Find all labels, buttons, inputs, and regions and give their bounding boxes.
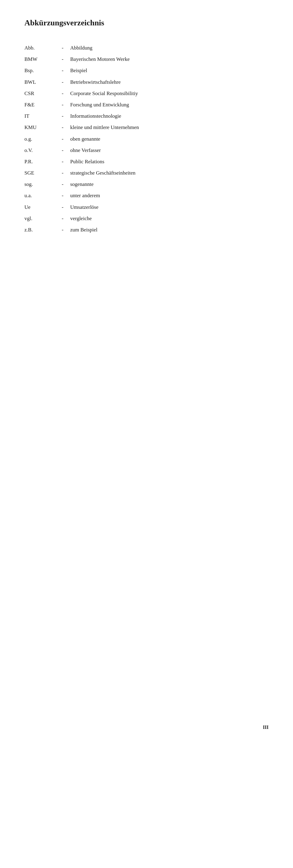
definition-cell: Betriebswirtschaftslehre (70, 76, 268, 88)
table-row: P.R.-Public Relations (25, 156, 268, 167)
definition-cell: vergleiche (70, 213, 268, 224)
abbrev-cell: Ue (25, 202, 55, 213)
definition-cell: Informationstechnologie (70, 111, 268, 122)
definition-cell: Umsatzerlöse (70, 202, 268, 213)
abbrev-cell: IT (25, 111, 55, 122)
table-row: Ue-Umsatzerlöse (25, 202, 268, 213)
definition-cell: Beispiel (70, 65, 268, 76)
page-number: III (25, 724, 268, 730)
definition-cell: Abbildung (70, 42, 268, 54)
table-row: o.g.-oben genannte (25, 133, 268, 145)
table-row: CSR-Corporate Social Responsibilitiy (25, 88, 268, 99)
abbrev-cell: P.R. (25, 156, 55, 167)
page-title: Abkürzungsverzeichnis (25, 18, 268, 28)
abbrev-cell: Bsp. (25, 65, 55, 76)
table-row: IT-Informationstechnologie (25, 111, 268, 122)
table-row: SGE-strategische Geschäftseinheiten (25, 167, 268, 179)
dash-cell: - (55, 190, 70, 201)
definition-cell: strategische Geschäftseinheiten (70, 167, 268, 179)
abbrev-cell: KMU (25, 122, 55, 133)
definition-cell: ohne Verfasser (70, 145, 268, 156)
table-row: z.B.-zum Beispiel (25, 224, 268, 236)
definition-cell: unter anderem (70, 190, 268, 201)
definition-cell: Forschung und Entwicklung (70, 99, 268, 111)
dash-cell: - (55, 179, 70, 190)
table-row: o.V.-ohne Verfasser (25, 145, 268, 156)
dash-cell: - (55, 65, 70, 76)
abbrev-cell: vgl. (25, 213, 55, 224)
definition-cell: zum Beispiel (70, 224, 268, 236)
table-row: F&E-Forschung und Entwicklung (25, 99, 268, 111)
table-row: sog.-sogenannte (25, 179, 268, 190)
dash-cell: - (55, 133, 70, 145)
abbrev-cell: Abb. (25, 42, 55, 54)
dash-cell: - (55, 167, 70, 179)
table-row: KMU-kleine und mittlere Unternehmen (25, 122, 268, 133)
dash-cell: - (55, 76, 70, 88)
abbrev-cell: o.V. (25, 145, 55, 156)
dash-cell: - (55, 213, 70, 224)
definition-cell: Bayerischen Motoren Werke (70, 54, 268, 65)
table-row: BMW-Bayerischen Motoren Werke (25, 54, 268, 65)
dash-cell: - (55, 202, 70, 213)
abbrev-cell: z.B. (25, 224, 55, 236)
dash-cell: - (55, 88, 70, 99)
dash-cell: - (55, 145, 70, 156)
abbrev-cell: BWL (25, 76, 55, 88)
abbrev-cell: SGE (25, 167, 55, 179)
abbrev-cell: u.a. (25, 190, 55, 201)
abbrev-cell: sog. (25, 179, 55, 190)
abbrev-cell: BMW (25, 54, 55, 65)
table-row: vgl.-vergleiche (25, 213, 268, 224)
dash-cell: - (55, 99, 70, 111)
table-row: BWL-Betriebswirtschaftslehre (25, 76, 268, 88)
abbrev-cell: CSR (25, 88, 55, 99)
dash-cell: - (55, 156, 70, 167)
dash-cell: - (55, 122, 70, 133)
table-row: Abb.-Abbildung (25, 42, 268, 54)
dash-cell: - (55, 42, 70, 54)
definition-cell: kleine und mittlere Unternehmen (70, 122, 268, 133)
definition-cell: oben genannte (70, 133, 268, 145)
definition-cell: Public Relations (70, 156, 268, 167)
table-row: Bsp.-Beispiel (25, 65, 268, 76)
definition-cell: Corporate Social Responsibilitiy (70, 88, 268, 99)
table-row: u.a.-unter anderem (25, 190, 268, 201)
abbrev-cell: F&E (25, 99, 55, 111)
dash-cell: - (55, 54, 70, 65)
definition-cell: sogenannte (70, 179, 268, 190)
dash-cell: - (55, 224, 70, 236)
abbrev-cell: o.g. (25, 133, 55, 145)
dash-cell: - (55, 111, 70, 122)
abbreviation-table: Abb.-AbbildungBMW-Bayerischen Motoren We… (25, 42, 268, 236)
